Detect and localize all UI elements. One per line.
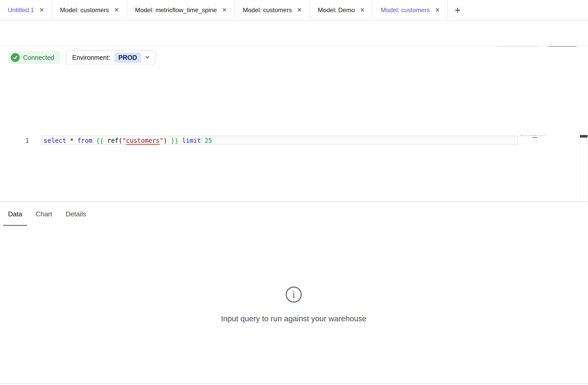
close-icon[interactable]: ✕ <box>39 7 44 13</box>
tab-data-label: Data <box>8 210 22 218</box>
tab-model-customers-3[interactable]: Model: customers ✕ <box>373 0 448 20</box>
empty-state: i Input query to run against your wareho… <box>0 286 587 323</box>
status-row: Connected Environment: PROD <box>0 47 588 65</box>
ide-window: Untitled 1 ✕ Model: customers ✕ Model: m… <box>0 0 588 385</box>
tab-model-customers-2[interactable]: Model: customers ✕ <box>235 0 310 20</box>
tab-model-demo[interactable]: Model: Demo ✕ <box>310 0 373 20</box>
environment-selector[interactable]: Environment: PROD <box>65 50 156 65</box>
tab-label: Untitled 1 <box>8 6 34 14</box>
bottom-divider <box>0 383 588 384</box>
connection-status-label: Connected <box>23 54 54 61</box>
tab-untitled-1[interactable]: Untitled 1 ✕ <box>0 0 52 20</box>
environment-value-badge: PROD <box>114 53 141 63</box>
tab-label: Model: customers <box>60 6 109 14</box>
tab-model-customers-1[interactable]: Model: customers ✕ <box>52 0 127 20</box>
results-panel: i Input query to run against your wareho… <box>0 226 588 383</box>
sql-editor[interactable]: 1 select * from {{ ref("customers") }} l… <box>0 65 588 201</box>
new-tab-button[interactable]: + <box>448 0 467 20</box>
check-circle-icon <box>11 53 20 62</box>
code-line[interactable]: select * from {{ ref("customers") }} lim… <box>44 136 212 145</box>
tab-label: Model: customers <box>381 6 430 14</box>
svg-text:i: i <box>292 289 295 300</box>
environment-label: Environment: <box>72 54 110 61</box>
line-number: 1 <box>23 136 31 145</box>
close-icon[interactable]: ✕ <box>297 7 302 13</box>
chevron-down-icon <box>145 55 149 60</box>
info-icon: i <box>285 286 302 303</box>
close-icon[interactable]: ✕ <box>435 7 440 13</box>
results-tab-row: Data Chart Details <box>3 202 95 226</box>
tab-bar: Untitled 1 ✕ Model: customers ✕ Model: m… <box>0 0 588 21</box>
tab-details[interactable]: Details <box>61 202 91 226</box>
toolbar: Develop Run <box>0 21 588 46</box>
scrollbar-thumb[interactable] <box>580 135 587 138</box>
tab-label: Model: metricflow_time_spine <box>135 6 217 14</box>
tab-model-metricflow-time-spine[interactable]: Model: metricflow_time_spine ✕ <box>127 0 235 20</box>
tab-label: Model: customers <box>243 6 292 14</box>
tab-label: Model: Demo <box>318 6 355 14</box>
tab-data[interactable]: Data <box>3 202 27 226</box>
close-icon[interactable]: ✕ <box>114 7 119 13</box>
minimap[interactable]: select * from {{ ref("customers") }} lim… <box>520 135 545 137</box>
plus-icon: + <box>455 5 460 15</box>
tab-chart[interactable]: Chart <box>31 202 57 226</box>
results-tab-bar: Data Chart Details <box>0 202 588 226</box>
close-icon[interactable]: ✕ <box>222 7 227 13</box>
tab-details-label: Details <box>66 210 86 218</box>
connection-status-badge: Connected <box>8 51 60 64</box>
tab-chart-label: Chart <box>36 210 52 218</box>
empty-state-message: Input query to run against your warehous… <box>0 314 587 323</box>
close-icon[interactable]: ✕ <box>360 7 365 13</box>
